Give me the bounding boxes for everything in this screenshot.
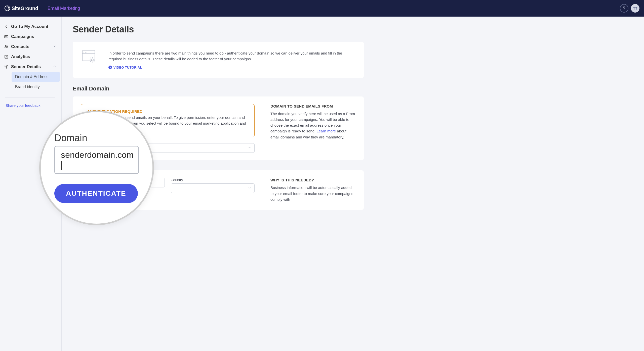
nav-label: Campaigns [11,34,34,39]
analytics-icon [4,55,9,59]
intro-card: In order to send campaigns there are two… [73,42,364,78]
svg-point-5 [91,59,93,61]
magnifier-overlay: Domain senderdomain.com AUTHENTICATE [39,111,154,225]
back-to-account[interactable]: Go To My Account [1,22,60,32]
gear-overlay-icon [89,56,96,63]
help-button[interactable]: ? [620,4,628,13]
divider [43,5,43,11]
sidebar-divider [5,97,55,98]
gear-icon [4,65,9,69]
email-domain-heading: Email Domain [73,85,364,92]
nav-label: Contacts [11,44,29,49]
intro-text: In order to send campaigns there are two… [108,50,354,69]
svg-point-2 [7,46,8,47]
svg-point-4 [6,66,7,68]
side-paragraph-2: Business information will be automatical… [270,185,356,202]
chevron-up-icon [248,146,251,150]
logo-icon [5,6,10,11]
svg-point-1 [5,45,7,47]
page-title: Sender Details [73,24,364,35]
share-feedback-link[interactable]: Share your feedback [1,103,60,108]
chevron-down-icon [53,44,56,49]
header-left: SiteGround Email Marketing [5,5,80,11]
play-icon [108,66,112,69]
back-label: Go To My Account [11,24,48,29]
contacts-icon [4,44,9,49]
arrow-left-icon [4,24,9,29]
sidebar-item-contacts[interactable]: Contacts [1,42,60,52]
sender-details-submenu: Domain & Address Brand identity [1,72,60,92]
header-right: ? TT [620,4,639,13]
field-col-2: Country [171,178,255,193]
learn-more-link[interactable]: Learn more [316,129,336,133]
side-title-2: WHY IS THIS NEEDED? [270,178,356,182]
authenticate-button[interactable]: AUTHENTICATE [54,184,138,203]
business-info-side: WHY IS THIS NEEDED? Business information… [263,178,356,202]
video-tutorial-link[interactable]: VIDEO TUTORIAL [108,66,142,69]
email-domain-side: DOMAIN TO SEND EMAILS FROM The domain yo… [263,104,356,153]
logo[interactable]: SiteGround [5,6,38,11]
magnifier-field-label: Domain [54,133,139,143]
logo-text: SiteGround [12,6,38,11]
nav-label: Analytics [11,54,30,59]
text-cursor [61,161,62,170]
avatar[interactable]: TT [631,4,639,13]
side-paragraph: The domain you verify here will be used … [270,111,356,140]
country-select[interactable] [171,183,255,193]
sidebar-subitem-brand-identity[interactable]: Brand identity [12,82,60,92]
magnifier-domain-input[interactable]: senderdomain.com [54,146,139,174]
nav-label: Sender Details [11,64,41,69]
sidebar-subitem-domain-address[interactable]: Domain & Address [12,72,60,82]
product-name[interactable]: Email Marketing [48,6,80,11]
chevron-down-icon [248,186,251,190]
intro-illustration [82,50,99,65]
app-header: SiteGround Email Marketing ? TT [0,0,644,17]
country-label: Country [171,178,255,182]
mail-icon [4,34,9,39]
intro-paragraph: In order to send campaigns there are two… [108,50,354,62]
sidebar-item-sender-details[interactable]: Sender Details [1,62,60,72]
sidebar-item-campaigns[interactable]: Campaigns [1,32,60,42]
side-title: DOMAIN TO SEND EMAILS FROM [270,104,356,108]
video-link-label: VIDEO TUTORIAL [113,66,142,69]
chevron-up-icon [53,64,56,69]
sidebar-item-analytics[interactable]: Analytics [1,52,60,62]
